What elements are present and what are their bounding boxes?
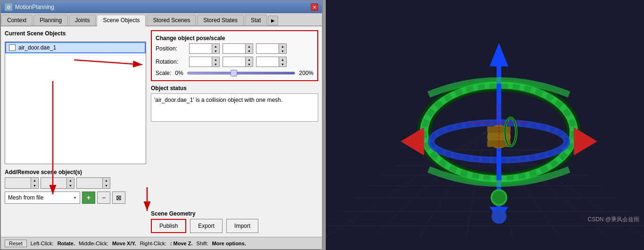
scene-objects-list: air_door.dae_1 bbox=[5, 42, 146, 164]
status-text2-desc: Move X/Y. bbox=[112, 241, 136, 246]
rot-x-up[interactable]: ▲ bbox=[212, 57, 219, 62]
scale-slider[interactable] bbox=[187, 72, 296, 75]
rot-y-down[interactable]: ▼ bbox=[246, 62, 253, 67]
tab-joints[interactable]: Joints bbox=[69, 15, 96, 25]
status-text2: Middle-Click: bbox=[79, 241, 108, 246]
pos-z-input[interactable]: 0.00 bbox=[256, 44, 279, 53]
object-status-text: 'air_door.dae_1' is a collision object w… bbox=[151, 93, 318, 122]
dim-x-spinbox[interactable]: 0.20 ▲ ▼ bbox=[5, 177, 39, 189]
pos-y-spinbox[interactable]: 0.00 ▲ ▼ bbox=[223, 43, 253, 54]
export-button[interactable]: Export bbox=[190, 219, 223, 233]
dimension-inputs: 0.20 ▲ ▼ 0.20 ▲ ▼ bbox=[5, 177, 146, 189]
pos-x-input[interactable]: 0.10 bbox=[190, 44, 212, 53]
add-remove-section: Add/Remove scene object(s) 0.20 ▲ ▼ 0.20 bbox=[5, 169, 146, 204]
rot-y-input[interactable]: 0.00 bbox=[223, 57, 245, 67]
rot-y-spinbox[interactable]: 0.00 ▲ ▼ bbox=[223, 57, 253, 67]
scale-thumb[interactable] bbox=[231, 70, 237, 76]
status-text4-desc: More options. bbox=[212, 241, 246, 246]
dim-y-down[interactable]: ▼ bbox=[67, 183, 74, 188]
dim-z-up[interactable]: ▲ bbox=[103, 178, 110, 183]
svg-point-40 bbox=[491, 209, 506, 224]
close-button[interactable]: ✕ bbox=[311, 3, 318, 11]
scene-geometry-section: Scene Geometry Publish Export Import bbox=[151, 210, 318, 233]
pos-y-input[interactable]: 0.00 bbox=[223, 44, 245, 53]
dim-z-spinbox[interactable]: 0.20 ▲ ▼ bbox=[76, 177, 110, 189]
remove-object-button[interactable]: − bbox=[97, 192, 110, 204]
3d-viewport[interactable]: CSDN @乘风会兹雨 bbox=[326, 0, 644, 238]
tab-more-button[interactable]: ▶ bbox=[268, 16, 278, 25]
dim-x-input[interactable]: 0.20 bbox=[5, 178, 31, 188]
scale-label: Scale: bbox=[156, 70, 171, 76]
rot-z-up[interactable]: ▲ bbox=[279, 57, 286, 62]
pos-x-down[interactable]: ▼ bbox=[212, 49, 219, 53]
dim-y-spinbox[interactable]: 0.20 ▲ ▼ bbox=[41, 177, 74, 189]
right-column: Change object pose/scale Position: 0.10 … bbox=[151, 30, 318, 233]
mesh-type-dropdown[interactable]: Mesh from file ▼ bbox=[5, 192, 80, 204]
pos-z-down[interactable]: ▼ bbox=[279, 49, 286, 53]
content-area: Current Scene Objects air_door.dae_1 Add… bbox=[1, 26, 322, 237]
pose-section: Change object pose/scale Position: 0.10 … bbox=[151, 30, 318, 81]
pos-z-spinbox[interactable]: 0.00 ▲ ▼ bbox=[256, 43, 287, 54]
dim-y-up[interactable]: ▲ bbox=[67, 178, 74, 183]
object-status-section: Object status 'air_door.dae_1' is a coll… bbox=[151, 85, 318, 122]
dropdown-arrow-icon: ▼ bbox=[73, 196, 77, 200]
tab-scene-objects[interactable]: Scene Objects bbox=[97, 15, 146, 26]
status-text1-desc: Rotate. bbox=[58, 241, 75, 246]
dim-y-input[interactable]: 0.20 bbox=[41, 178, 66, 188]
tab-stat[interactable]: Stat bbox=[245, 15, 267, 25]
scene-objects-title: Current Scene Objects bbox=[5, 30, 146, 37]
scale-max-label: 200% bbox=[299, 70, 314, 76]
tab-context[interactable]: Context bbox=[1, 15, 33, 25]
rot-z-down[interactable]: ▼ bbox=[279, 62, 286, 67]
pos-x-up[interactable]: ▲ bbox=[212, 44, 219, 49]
pos-y-arrows: ▲ ▼ bbox=[245, 44, 253, 53]
pos-x-arrows: ▲ ▼ bbox=[212, 44, 219, 53]
position-label: Position: bbox=[156, 45, 186, 52]
object-icon-button[interactable]: ⊠ bbox=[112, 192, 125, 204]
add-remove-title: Add/Remove scene object(s) bbox=[5, 169, 146, 175]
status-text1: Left-Click: bbox=[31, 241, 54, 246]
import-button[interactable]: Import bbox=[226, 219, 258, 233]
dim-x-up[interactable]: ▲ bbox=[31, 178, 38, 183]
list-item-airdoor[interactable]: air_door.dae_1 bbox=[5, 42, 146, 53]
rot-x-input[interactable]: 0.00 bbox=[190, 57, 212, 67]
tab-stored-states[interactable]: Stored States bbox=[197, 15, 244, 25]
rot-y-up[interactable]: ▲ bbox=[246, 57, 253, 62]
rotation-label: Rotation: bbox=[156, 58, 186, 65]
status-text3-desc: : Move Z. bbox=[170, 241, 193, 246]
pos-y-up[interactable]: ▲ bbox=[246, 44, 253, 49]
dim-z-input[interactable]: 0.20 bbox=[77, 178, 102, 188]
pos-z-up[interactable]: ▲ bbox=[279, 44, 286, 49]
dim-y-arrows: ▲ ▼ bbox=[66, 178, 74, 188]
app-icon: ⚙ bbox=[5, 3, 12, 11]
left-column: Current Scene Objects air_door.dae_1 Add… bbox=[5, 30, 146, 233]
publish-button[interactable]: Publish bbox=[151, 219, 186, 233]
dim-x-down[interactable]: ▼ bbox=[31, 183, 38, 188]
status-text3: Right-Click: bbox=[140, 241, 166, 246]
list-item-label: air_door.dae_1 bbox=[18, 44, 56, 51]
rot-x-down[interactable]: ▼ bbox=[212, 62, 219, 67]
object-status-title: Object status bbox=[151, 85, 318, 92]
list-item-checkbox[interactable] bbox=[9, 44, 16, 51]
dim-z-down[interactable]: ▼ bbox=[103, 183, 110, 188]
pose-section-title: Change object pose/scale bbox=[156, 35, 314, 42]
add-object-button[interactable]: + bbox=[82, 192, 95, 204]
status-bar: Reset Left-Click: Rotate. Middle-Click: … bbox=[1, 237, 322, 249]
tabs-bar: Context Planning Joints Scene Objects St… bbox=[1, 13, 322, 26]
rot-x-spinbox[interactable]: 0.00 ▲ ▼ bbox=[189, 57, 220, 67]
dim-x-arrows: ▲ ▼ bbox=[31, 178, 38, 188]
tab-planning[interactable]: Planning bbox=[33, 15, 68, 25]
scale-min-label: 0% bbox=[175, 70, 183, 76]
rot-z-input[interactable]: 0.00 bbox=[256, 57, 279, 67]
rot-z-spinbox[interactable]: 0.00 ▲ ▼ bbox=[256, 57, 287, 67]
svg-point-39 bbox=[492, 191, 505, 204]
window-title: MotionPlanning bbox=[15, 4, 54, 10]
scene-geometry-title: Scene Geometry bbox=[151, 210, 318, 217]
reset-button[interactable]: Reset bbox=[5, 240, 27, 247]
tab-stored-scenes[interactable]: Stored Scenes bbox=[147, 15, 196, 25]
position-row: Position: 0.10 ▲ ▼ 0.00 ▲ bbox=[156, 43, 314, 54]
dim-z-arrows: ▲ ▼ bbox=[102, 178, 110, 188]
pos-y-down[interactable]: ▼ bbox=[246, 49, 253, 53]
pos-x-spinbox[interactable]: 0.10 ▲ ▼ bbox=[189, 43, 220, 54]
title-bar: ⚙ MotionPlanning ✕ bbox=[1, 1, 322, 13]
